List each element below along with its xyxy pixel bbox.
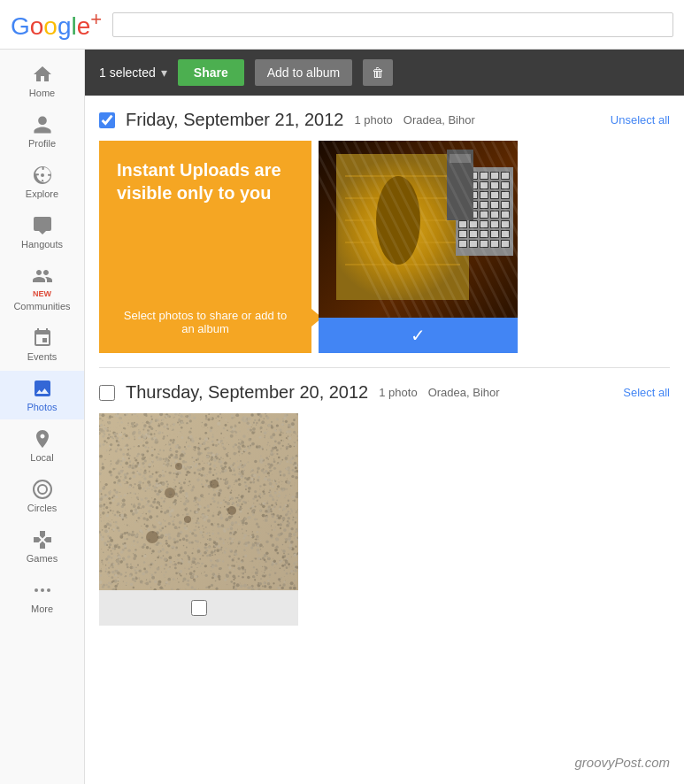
friday-photo-check-bar: ✓ — [319, 318, 518, 353]
unselect-all-link[interactable]: Unselect all — [611, 113, 670, 127]
section-divider — [99, 367, 670, 368]
friday-location: Oradea, Bihor — [403, 113, 475, 127]
sidebar-item-profile[interactable]: Profile — [0, 107, 84, 156]
date-section-friday: Friday, September 21, 2012 1 photo Orade… — [99, 110, 670, 353]
logo-o2: o — [43, 12, 58, 40]
search-input[interactable] — [112, 12, 673, 37]
sidebar-item-explore[interactable]: Explore — [0, 158, 84, 206]
thursday-date-title: Thursday, September 20, 2012 — [126, 382, 368, 403]
friday-checkbox[interactable] — [99, 112, 115, 128]
thursday-photo-1[interactable] — [99, 413, 298, 626]
logo-o1: o — [30, 12, 44, 40]
thursday-photo-count: 1 photo — [379, 386, 417, 399]
sidebar-label-communities: Communities — [13, 301, 70, 311]
add-to-album-button[interactable]: Add to album — [255, 59, 353, 86]
sidebar-label-photos: Photos — [27, 402, 57, 412]
svg-point-4 — [41, 588, 44, 592]
sidebar-item-hangouts[interactable]: Hangouts — [0, 208, 84, 257]
friday-photos-row: Instant Uploads are visible only to you … — [99, 141, 670, 353]
sidebar-label-more: More — [31, 603, 53, 614]
friday-photo-1[interactable]: ✓ — [319, 141, 518, 353]
sidebar-item-events[interactable]: Events — [0, 320, 84, 369]
sidebar-item-photos[interactable]: Photos — [0, 371, 84, 419]
selected-text: 1 selected — [99, 65, 156, 80]
sidebar-label-events: Events — [27, 351, 58, 362]
date-header-thursday: Thursday, September 20, 2012 1 photo Ora… — [99, 382, 670, 403]
thursday-photo-check-bar — [99, 590, 298, 626]
sidebar-item-more[interactable]: More — [0, 573, 84, 621]
sidebar-label-circles: Circles — [27, 503, 58, 513]
thursday-photo-canvas — [99, 413, 298, 590]
thursday-location: Oradea, Bihor — [428, 386, 500, 399]
select-all-link[interactable]: Select all — [623, 386, 670, 399]
sidebar-label-home: Home — [29, 88, 55, 98]
logo-e: e — [77, 12, 91, 40]
friday-photo-canvas — [319, 141, 518, 318]
sidebar-label-profile: Profile — [28, 138, 56, 149]
sidebar: Home Profile Explore Hangouts NEW Commun… — [0, 50, 85, 784]
logo-g2: g — [58, 12, 72, 40]
sidebar-item-circles[interactable]: Circles — [0, 472, 84, 520]
svg-point-0 — [41, 173, 44, 177]
logo-g: G — [11, 12, 30, 40]
logo: Google+ — [11, 8, 102, 41]
thursday-photos-row — [99, 413, 670, 626]
sidebar-label-hangouts: Hangouts — [21, 239, 63, 250]
dropdown-arrow-icon: ▾ — [161, 65, 167, 80]
friday-date-title: Friday, September 21, 2012 — [126, 110, 343, 130]
thursday-photo-checkbox[interactable] — [191, 600, 207, 616]
watermark: groovyPost.com — [574, 755, 670, 770]
sidebar-label-local: Local — [30, 452, 53, 463]
svg-point-2 — [38, 485, 47, 494]
sidebar-item-local[interactable]: Local — [0, 421, 84, 470]
svg-point-5 — [47, 588, 50, 592]
header: Google+ — [0, 0, 684, 50]
thursday-checkbox[interactable] — [99, 385, 115, 401]
info-box-desc: Select photos to share or add to an albu… — [117, 309, 294, 335]
sidebar-label-explore: Explore — [26, 188, 58, 199]
communities-new-badge: NEW — [33, 289, 51, 298]
sidebar-item-home[interactable]: Home — [0, 57, 84, 105]
friday-photo-count: 1 photo — [354, 113, 392, 127]
friday-photo-checkmark-icon: ✓ — [411, 325, 426, 346]
share-button[interactable]: Share — [178, 59, 244, 86]
delete-button[interactable]: 🗑 — [363, 59, 393, 86]
instant-uploads-info-box: Instant Uploads are visible only to you … — [99, 141, 311, 353]
logo-plus: + — [90, 8, 102, 30]
toolbar: 1 selected ▾ Share Add to album 🗑 — [85, 50, 684, 96]
content-area: Friday, September 21, 2012 1 photo Orade… — [85, 110, 684, 640]
main-content: 1 selected ▾ Share Add to album 🗑 Friday… — [85, 50, 684, 784]
date-section-thursday: Thursday, September 20, 2012 1 photo Ora… — [99, 382, 670, 626]
layout: Home Profile Explore Hangouts NEW Commun… — [0, 50, 684, 784]
date-header-friday: Friday, September 21, 2012 1 photo Orade… — [99, 110, 670, 130]
svg-point-1 — [34, 480, 51, 498]
selected-count: 1 selected ▾ — [99, 65, 167, 80]
svg-point-3 — [35, 588, 38, 592]
sidebar-item-games[interactable]: Games — [0, 522, 84, 571]
info-box-title: Instant Uploads are visible only to you — [117, 158, 294, 204]
sidebar-item-communities[interactable]: NEW Communities — [0, 258, 84, 319]
sidebar-label-games: Games — [27, 553, 58, 564]
